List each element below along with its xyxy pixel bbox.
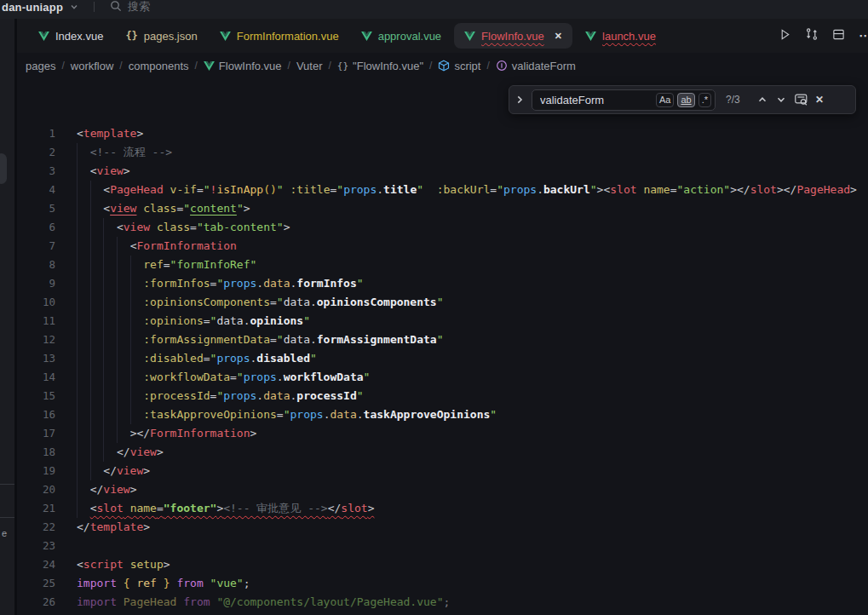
code-line-content[interactable]: :workflowData="props.workflowData": [77, 368, 370, 387]
tab-index-vue[interactable]: Index.vue: [27, 19, 114, 53]
line-number[interactable]: 18: [17, 443, 55, 462]
code-line-content[interactable]: <view class="tab-content">: [77, 218, 290, 237]
code-line-content[interactable]: import PageHead from "@/components/layou…: [77, 593, 450, 612]
find-in-selection-button[interactable]: [794, 93, 808, 106]
line-number[interactable]: 8: [17, 256, 55, 274]
line-number[interactable]: 25: [17, 574, 55, 593]
line-number[interactable]: 2: [17, 143, 55, 162]
run-button[interactable]: [779, 28, 791, 44]
tab-approval-vue[interactable]: approval.vue: [350, 19, 452, 53]
line-number[interactable]: 13: [17, 349, 55, 368]
line-number[interactable]: 10: [17, 293, 55, 312]
line-number[interactable]: 20: [17, 480, 55, 499]
regex-button[interactable]: .*: [698, 93, 711, 107]
code-line-content[interactable]: :formAssignmentData="data.formAssignment…: [77, 330, 444, 349]
sidebar-pill[interactable]: [0, 153, 7, 184]
code-line: 17 ></FormInformation>: [17, 424, 868, 443]
line-number[interactable]: 4: [17, 181, 55, 199]
code-line-content[interactable]: <view>: [77, 162, 130, 181]
tab-launch-vue[interactable]: launch.vue: [574, 19, 667, 53]
code-line-content[interactable]: :opinions="data.opinions": [77, 312, 310, 330]
line-number[interactable]: 26: [17, 593, 55, 612]
line-number[interactable]: 17: [17, 424, 55, 443]
code-line-content[interactable]: <script setup>: [77, 555, 170, 574]
whole-word-button[interactable]: ab: [677, 93, 694, 107]
line-number[interactable]: 7: [17, 237, 55, 256]
code-line-content[interactable]: <FormInformation: [77, 237, 237, 256]
line-number[interactable]: 12: [17, 330, 55, 349]
line-number[interactable]: 5: [17, 199, 55, 218]
breadcrumb-item-workflow[interactable]: workflow: [71, 60, 114, 72]
tab-forminformation-vue[interactable]: FormInformation.vue: [209, 19, 350, 53]
code-line-content[interactable]: :disabled="props.disabled": [77, 349, 317, 368]
code-line-content[interactable]: import { ref } from "vue";: [77, 574, 250, 593]
code-area[interactable]: 1<template>2 <!-- 流程 -->3 <view>4 <PageH…: [17, 78, 868, 612]
indent-guide: [90, 330, 92, 349]
line-number[interactable]: 15: [17, 387, 55, 405]
breadcrumb-item-vuter[interactable]: Vuter: [296, 60, 323, 72]
breadcrumb-label: FlowInfo.vue: [219, 60, 282, 72]
error-squiggle-span: <slot name="footer"><!-- 审批意见 --></slot>: [90, 502, 375, 514]
line-number[interactable]: 16: [17, 405, 55, 424]
code-line-content[interactable]: <!-- 流程 -->: [77, 143, 172, 162]
sidebar-editor-divider[interactable]: [14, 19, 17, 615]
next-match-button[interactable]: [775, 94, 787, 106]
global-search[interactable]: 搜索: [110, 0, 150, 14]
module-icon: [438, 60, 450, 72]
breadcrumb-item--flowinfo-vue-[interactable]: {}"FlowInfo.vue": [337, 60, 423, 72]
line-number[interactable]: 11: [17, 312, 55, 330]
line-number[interactable]: 9: [17, 274, 55, 293]
breadcrumb-item-flowinfo-vue[interactable]: FlowInfo.vue: [204, 60, 282, 72]
code-line-content[interactable]: :formInfos="props.data.formInfos": [77, 274, 364, 293]
code-line-content[interactable]: ></FormInformation>: [77, 424, 256, 443]
line-number[interactable]: 23: [17, 537, 55, 555]
code-line-content[interactable]: :opinionsComponents="data.opinionsCompon…: [77, 293, 444, 312]
line-number[interactable]: 19: [17, 462, 55, 480]
code-line-content[interactable]: </view>: [77, 443, 164, 462]
chevron-down-icon[interactable]: [70, 3, 78, 11]
code-line-content[interactable]: <view class="content">: [77, 199, 250, 218]
tab-flowinfo-vue[interactable]: FlowInfo.vue✕: [454, 23, 572, 49]
line-number[interactable]: 3: [17, 162, 55, 181]
find-input[interactable]: [540, 94, 652, 106]
code-line-content[interactable]: <template>: [77, 124, 143, 143]
breadcrumb-item-components[interactable]: components: [129, 60, 189, 72]
split-editor-button[interactable]: [832, 28, 845, 44]
breadcrumb-separator: /: [429, 60, 432, 72]
code-line-content[interactable]: :processId="props.data.processId": [77, 387, 364, 405]
code-line-content[interactable]: </template>: [77, 518, 150, 537]
previous-match-button[interactable]: [756, 94, 768, 106]
code-line: 23: [17, 537, 868, 555]
line-number[interactable]: 14: [17, 368, 55, 387]
tab-pages-json[interactable]: {}pages.json: [114, 19, 208, 53]
code-line-content[interactable]: :taskApproveOpinions="props.data.taskApp…: [77, 405, 497, 424]
code-line-content[interactable]: ref="formInfoRef": [77, 256, 256, 274]
line-number[interactable]: 21: [17, 499, 55, 518]
compare-changes-button[interactable]: [805, 27, 819, 44]
project-name[interactable]: dan-uniapp: [2, 1, 63, 14]
indent-guide: [77, 274, 78, 293]
match-case-button[interactable]: Aa: [656, 93, 674, 107]
indent-guide: [90, 181, 92, 199]
code-line-content[interactable]: <slot name="footer"><!-- 审批意见 --></slot>: [77, 499, 374, 518]
close-find-icon[interactable]: ✕: [815, 94, 824, 106]
breadcrumb-item-validateform[interactable]: validateForm: [496, 60, 576, 72]
line-number[interactable]: 1: [17, 124, 55, 143]
more-actions-button[interactable]: ⋯: [859, 28, 868, 43]
title-bar-divider: [94, 2, 95, 12]
line-number[interactable]: 6: [17, 218, 55, 237]
find-input-box[interactable]: Aa ab .*: [532, 89, 716, 111]
close-icon[interactable]: ✕: [555, 31, 562, 42]
indent-guide: [77, 462, 78, 480]
code-line-content[interactable]: </view>: [77, 462, 150, 480]
breadcrumb-item-script[interactable]: script: [438, 60, 480, 72]
indent-guide: [117, 387, 118, 405]
toggle-replace-chevron-icon[interactable]: [514, 95, 525, 105]
code-editor[interactable]: Aa ab .* ?/3 ✕ 1<template>2 <!-- 流程 -->3…: [17, 78, 868, 615]
indent-guide: [77, 349, 78, 368]
line-number[interactable]: 22: [17, 518, 55, 537]
code-line-content[interactable]: </view>: [77, 480, 136, 499]
line-number[interactable]: 24: [17, 555, 55, 574]
breadcrumb-item-pages[interactable]: pages: [26, 60, 55, 72]
code-line-content[interactable]: <PageHead v-if="!isInApp()" :title="prop…: [77, 181, 857, 199]
